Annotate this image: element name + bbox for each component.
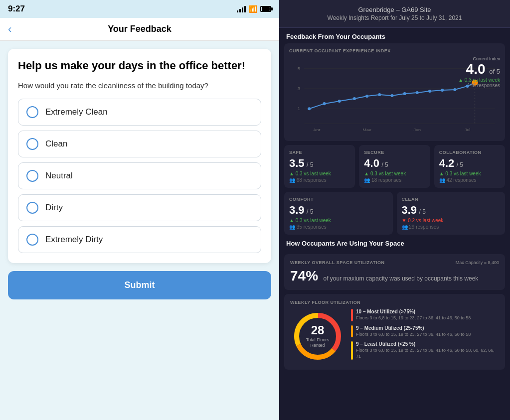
svg-text:Apr: Apr: [313, 128, 320, 131]
metric-card-secure: SECURE 4.0 / 5 ▲ 0.3 vs last week 👥 18 r…: [359, 145, 430, 188]
donut-center: 28 Total Floors Rented: [304, 324, 332, 348]
metric-cat: COLLABORATION: [439, 150, 500, 155]
svg-text:1: 1: [298, 106, 300, 111]
legend-bar: [351, 341, 353, 359]
radio-circle: [26, 202, 38, 214]
chart-card: CURRENT OCCUPANT EXPERIENCE INDEX 5 3 1: [284, 43, 505, 141]
metric-change: ▲ 0.3 vs last week: [289, 218, 388, 223]
radio-circle: [26, 106, 38, 118]
radio-circle: [26, 170, 38, 182]
svg-text:Jul: Jul: [465, 128, 471, 131]
legend-bar: [351, 325, 353, 338]
legend-desc: Floors 3 to 6,8 to 15, 19 to 23, 27 to 3…: [356, 348, 499, 359]
util-header: WEEKLY OVERALL SPACE UTILIZATION Max Cap…: [290, 260, 499, 265]
util-value: 74%: [290, 268, 318, 283]
chart-area: 5 3 1: [289, 56, 500, 136]
signal-icon: [237, 5, 246, 12]
svg-point-16: [428, 90, 431, 93]
metric-denom: / 5: [307, 208, 313, 215]
floor-card: WEEKLY FLOOR UTILIZATION 28: [284, 294, 505, 370]
metrics-row1: SAFE 3.5 / 5 ▲ 0.3 vs last week 👥 68 res…: [279, 145, 510, 188]
radio-options: Extremely Clean Clean Neutral Dirty Extr…: [18, 99, 261, 253]
submit-button[interactable]: Submit: [8, 271, 271, 299]
svg-point-10: [353, 97, 356, 100]
page-title: Your Feedback: [108, 24, 171, 34]
metric-value: 3.5: [289, 157, 305, 169]
svg-point-9: [338, 100, 341, 103]
metric-denom: / 5: [457, 161, 463, 168]
status-time: 9:27: [8, 4, 25, 14]
metric-value: 3.9: [289, 204, 305, 216]
metric-card-safe: SAFE 3.5 / 5 ▲ 0.3 vs last week 👥 68 res…: [284, 145, 355, 188]
report-period: Weekly Insights Report for July 25 to Ju…: [287, 14, 502, 21]
svg-text:3: 3: [298, 86, 300, 91]
battery-icon: [260, 6, 271, 12]
svg-point-11: [365, 95, 368, 98]
legend-title: 9 – Least Utilized (<25 %): [356, 341, 499, 347]
occupants-section-title: Feedback From Your Occupants: [279, 28, 510, 43]
index-change: ▲ 0.3 vs last week: [458, 77, 500, 83]
metric-change: ▲ 0.3 vs last week: [364, 171, 425, 176]
radio-option-clean[interactable]: Clean: [18, 131, 261, 157]
floor-label: WEEKLY FLOOR UTILIZATION: [290, 300, 499, 305]
metric-denom: / 5: [381, 161, 388, 168]
svg-text:Jun: Jun: [414, 128, 421, 131]
metric-cat: SECURE: [364, 150, 425, 155]
back-button[interactable]: ‹: [8, 23, 11, 36]
form-container: Help us make your days in the office bet…: [0, 41, 279, 420]
radio-label: Dirty: [45, 203, 63, 213]
radio-option-dirty[interactable]: Dirty: [18, 194, 261, 221]
metric-card-clean: CLEAN 3.9 / 5 ▼ 0.2 vs last week 👥 29 re…: [397, 192, 506, 235]
form-card: Help us make your days in the office bet…: [8, 49, 271, 263]
index-responses: 148 responses: [458, 83, 500, 88]
svg-point-12: [378, 93, 381, 96]
form-title: Help us make your days in the office bet…: [18, 59, 261, 73]
current-index-label: Current Index 4.0 of 5 ▲ 0.3 vs last wee…: [458, 56, 500, 88]
svg-point-13: [390, 94, 393, 97]
radio-option-extremely-clean[interactable]: Extremely Clean: [18, 99, 261, 126]
svg-point-8: [323, 102, 326, 105]
donut-chart: 28 Total Floors Rented: [290, 309, 345, 364]
legend-item: 10 – Most Utilized (>75%) Floors 3 to 6,…: [351, 309, 499, 321]
svg-point-14: [403, 92, 406, 95]
metric-responses: 👥 42 responses: [439, 177, 500, 183]
metric-cat: CLEAN: [402, 197, 501, 202]
radio-circle: [26, 234, 38, 246]
floor-legend: 10 – Most Utilized (>75%) Floors 3 to 6,…: [351, 309, 499, 364]
svg-point-17: [441, 89, 444, 92]
metric-denom: / 5: [419, 208, 426, 215]
metric-responses: 👥 68 responses: [289, 177, 350, 183]
metric-card-collaboration: COLLABORATION 4.2 / 5 ▲ 0.3 vs last week…: [434, 145, 505, 188]
metric-responses: 👥 18 responses: [364, 177, 425, 183]
index-value: 4.0 of 5: [458, 61, 500, 77]
svg-point-15: [416, 91, 419, 94]
space-section-title: How Occupants Are Using Your Space: [279, 235, 510, 250]
status-icons: 📶: [237, 5, 271, 13]
metric-cat: COMFORT: [289, 197, 388, 202]
metric-change: ▼ 0.2 vs last week: [402, 218, 501, 223]
svg-point-18: [453, 88, 456, 91]
util-max: Max Capacity = 8,400: [456, 260, 499, 265]
metric-change: ▲ 0.3 vs last week: [439, 171, 500, 176]
dashboard-header: Greenbridge – GA69 Site Weekly Insights …: [279, 0, 510, 28]
dashboard-panel: Greenbridge – GA69 Site Weekly Insights …: [279, 0, 510, 420]
donut-number: 28: [304, 324, 332, 336]
radio-label: Clean: [45, 139, 67, 149]
radio-circle: [26, 138, 38, 150]
app-header: ‹ Your Feedback: [0, 18, 279, 41]
radio-option-extremely-dirty[interactable]: Extremely Dirty: [18, 226, 261, 253]
legend-title: 10 – Most Utilized (>75%): [356, 309, 471, 314]
radio-label: Extremely Clean: [45, 107, 108, 117]
utilization-card: WEEKLY OVERALL SPACE UTILIZATION Max Cap…: [284, 254, 505, 290]
metric-value: 3.9: [402, 204, 417, 216]
metric-cat: SAFE: [289, 150, 350, 155]
svg-text:May: May: [363, 128, 372, 131]
legend-item: 9 – Least Utilized (<25 %) Floors 3 to 6…: [351, 341, 499, 359]
svg-point-7: [308, 107, 311, 110]
radio-option-neutral[interactable]: Neutral: [18, 162, 261, 189]
util-desc: of your maxium capacity was used by occu…: [324, 275, 479, 282]
radio-label: Extremely Dirty: [45, 235, 103, 245]
metric-card-comfort: COMFORT 3.9 / 5 ▲ 0.3 vs last week 👥 35 …: [284, 192, 393, 235]
metric-value: 4.0: [364, 157, 379, 169]
util-label: WEEKLY OVERALL SPACE UTILIZATION: [290, 260, 385, 265]
